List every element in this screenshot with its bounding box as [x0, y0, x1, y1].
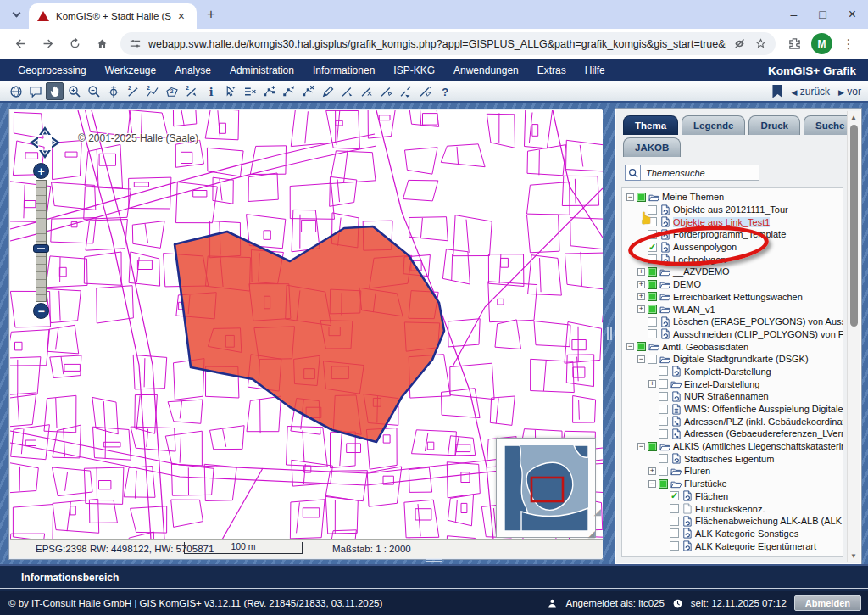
tree-expander[interactable]: − [637, 443, 645, 450]
tree-expander[interactable]: − [626, 343, 634, 350]
scroll-up-icon[interactable]: ▲ [848, 111, 860, 123]
profile-avatar[interactable]: M [811, 33, 832, 54]
url-text[interactable]: webapp.svw.halle.de/komgis30.hal.gisplus… [148, 38, 726, 50]
menu-isp-kkg[interactable]: ISP-KKG [384, 64, 444, 76]
map-canvas[interactable]: © 2001-2025 Halle (Saale) + − [10, 110, 603, 540]
panel-splitter[interactable] [603, 103, 615, 564]
tree-expander[interactable]: + [648, 380, 656, 388]
edge-delete-button[interactable] [416, 82, 434, 100]
tree-item[interactable]: +Erreichbarkeit Rettungswachen [625, 291, 843, 304]
vertex-move-button[interactable] [280, 82, 298, 100]
tree-item-label[interactable]: Adressen (Gebaeudereferenzen_LVerm [684, 428, 843, 439]
tree-item-label[interactable]: ALK Kategorie Eigentümerart [695, 541, 816, 551]
tree-item[interactable]: ALK Kategorie Sonstiges [625, 528, 843, 540]
tree-checkbox[interactable] [637, 193, 646, 202]
tab-search-chevron-icon[interactable] [7, 5, 25, 24]
menu-anwendungen[interactable]: Anwendungen [444, 64, 528, 76]
tree-checkbox[interactable] [670, 517, 679, 526]
measure-line-button[interactable] [143, 82, 161, 100]
zoom-out-button[interactable] [85, 82, 103, 100]
menu-werkzeuge[interactable]: Werkzeuge [96, 64, 165, 76]
tree-item[interactable]: Flächenabweichung ALK-ALB (ALK [625, 515, 843, 528]
tree-checkbox[interactable] [648, 217, 657, 226]
tab-close-icon[interactable]: × [175, 9, 188, 23]
menu-informationen[interactable]: Informationen [303, 64, 384, 76]
scrollbar-thumb[interactable] [850, 125, 858, 327]
window-minimize-button[interactable]: – [790, 8, 797, 21]
browser-tab[interactable]: KomGIS® + Stadt Halle (Saale) × [29, 3, 197, 29]
tree-checkbox[interactable] [659, 379, 668, 389]
tree-item-label[interactable]: WLAN_v1 [673, 305, 715, 315]
tree-item[interactable]: ALK Kategorie Eigentümerart [625, 540, 843, 552]
tree-checkbox[interactable] [648, 205, 657, 215]
theme-search-icon[interactable] [625, 165, 641, 181]
tree-checkbox[interactable] [648, 267, 657, 277]
tree-expander[interactable]: + [648, 467, 656, 475]
tree-checkbox[interactable] [648, 230, 657, 239]
zoom-in-button[interactable] [65, 82, 83, 100]
pan-compass[interactable] [29, 126, 61, 159]
tree-expander[interactable]: − [637, 355, 645, 363]
tree-expander[interactable]: − [626, 193, 634, 201]
measure-edit-button[interactable] [182, 82, 200, 100]
tree-item[interactable]: Ausschneiden (CLIP_POLYGONS) von Flu [625, 328, 843, 341]
tree-checkbox[interactable] [670, 504, 679, 513]
vertex-delete-button[interactable] [299, 82, 317, 100]
edge-snap-button[interactable] [377, 82, 395, 100]
browser-menu-icon[interactable]: ⋮ [837, 33, 860, 55]
tree-item-label[interactable]: NUR Straßennamen [684, 391, 769, 401]
selection-list-button[interactable] [241, 82, 259, 100]
tree-item-label[interactable]: Lochpolygon [673, 254, 726, 265]
tree-item[interactable]: Löschen (ERASE_POLYGONS) von Ausse [625, 316, 843, 328]
tree-item-label[interactable]: Flächen [695, 491, 728, 501]
tree-item-label[interactable]: Objekte aus Link_Test1 [673, 217, 770, 227]
tree-item-label[interactable]: Ausschneiden (CLIP_POLYGONS) von Flu [673, 329, 843, 339]
scroll-down-icon[interactable]: ▼ [848, 550, 860, 562]
tree-checkbox[interactable] [648, 280, 657, 289]
draw-button[interactable] [319, 82, 337, 100]
tree-item-label[interactable]: Flächenabweichung ALK-ALB (ALK [695, 516, 842, 526]
tree-expander[interactable]: + [637, 293, 645, 300]
tree-item[interactable]: −Flurstücke [625, 478, 843, 490]
tab-thema[interactable]: Thema [623, 115, 678, 135]
menu-extras[interactable]: Extras [528, 64, 576, 76]
tree-checkbox[interactable] [659, 454, 668, 463]
extensions-icon[interactable] [783, 33, 805, 55]
tree-checkbox[interactable] [670, 541, 679, 551]
tree-item[interactable]: +WLAN_v1 [625, 303, 843, 316]
tree-checkbox[interactable] [659, 417, 668, 426]
tree-item[interactable]: Städtisches Eigentum [625, 452, 843, 465]
tree-item[interactable]: Adressen/PLZ (inkl. Gebäudekoordinate [625, 415, 843, 428]
tree-item[interactable]: +Einzel-Darstellung [625, 377, 843, 390]
tree-checkbox[interactable] [648, 305, 657, 314]
zoom-minus-button[interactable]: − [33, 303, 49, 319]
inset-resize-grip-icon[interactable]: ◢ [588, 529, 595, 538]
tree-item[interactable]: Adressen (Gebaeudereferenzen_LVerm [625, 428, 843, 440]
bookmark-star-icon[interactable] [754, 37, 767, 50]
tab-legende[interactable]: Legende [682, 115, 745, 135]
history-forward-button[interactable]: ▶ vor [838, 86, 861, 98]
tree-item-label[interactable]: Digitale Stadtgrundkarte (DSGK) [673, 354, 809, 364]
zoom-slider-handle[interactable] [33, 244, 49, 253]
window-close-button[interactable]: × [849, 7, 856, 22]
overview-button[interactable] [7, 82, 25, 100]
menu-analyse[interactable]: Analyse [165, 64, 220, 76]
home-button[interactable] [91, 33, 113, 55]
zoom-plus-button[interactable]: + [33, 163, 49, 179]
theme-search-input[interactable] [641, 165, 760, 181]
history-back-button[interactable]: ◀ zurück [791, 86, 830, 98]
help-button[interactable] [436, 82, 453, 100]
address-bar[interactable]: webapp.svw.halle.de/komgis30.hal.gisplus… [120, 32, 776, 55]
menu-hilfe[interactable]: Hilfe [576, 64, 615, 76]
tree-checkbox[interactable] [648, 317, 657, 327]
tree-item-label[interactable]: Flurstückskennz. [695, 504, 765, 514]
measure-point-button[interactable] [124, 82, 142, 100]
tree-item-label[interactable]: Löschen (ERASE_POLYGONS) von Ausse [673, 316, 843, 327]
tree-item-label[interactable]: DEMO [673, 279, 701, 289]
tree-item-label[interactable]: Objekte aus 20121111_Tour [673, 204, 788, 215]
edge-edit-button[interactable] [358, 82, 376, 100]
tree-item-label[interactable]: Flurstücke [684, 478, 727, 489]
forward-button[interactable] [36, 33, 58, 55]
tree-item-label[interactable]: Einzel-Darstellung [684, 379, 760, 389]
tab-druck[interactable]: Druck [748, 115, 800, 135]
